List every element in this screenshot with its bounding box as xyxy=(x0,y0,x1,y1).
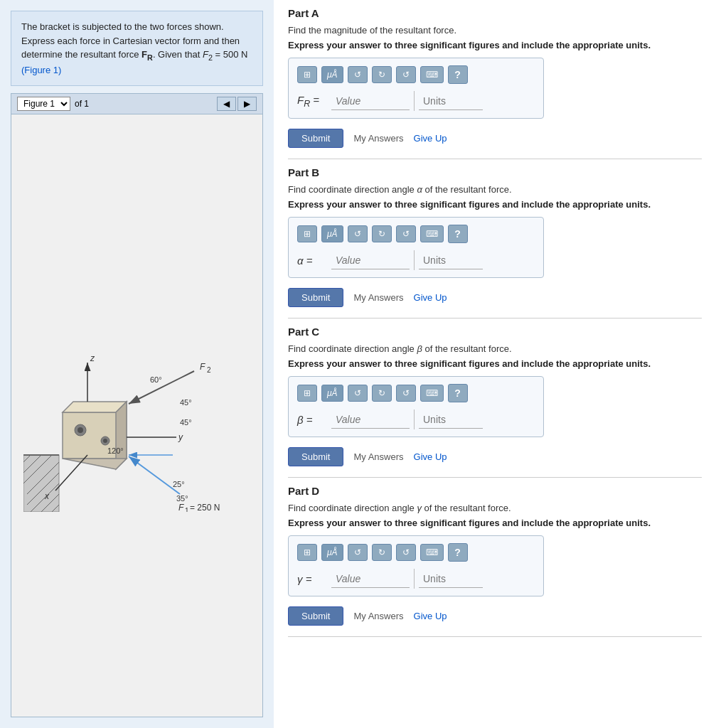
problem-statement: The bracket is subjected to the two forc… xyxy=(11,11,263,86)
part-d-give-up-link[interactable]: Give Up xyxy=(414,611,447,621)
part-a-refresh-button[interactable]: ↺ xyxy=(396,66,416,83)
figure-nav-bar: Figure 1 of 1 ◀ ▶ xyxy=(11,93,263,114)
part-b-my-answers-link[interactable]: My Answers xyxy=(353,292,403,303)
part-b-value-input[interactable] xyxy=(331,252,410,269)
svg-text:120°: 120° xyxy=(107,446,124,455)
svg-text:1: 1 xyxy=(185,507,189,512)
part-d-title: Part D xyxy=(288,485,702,497)
part-d-units-input[interactable] xyxy=(419,570,483,588)
part-c-redo-button[interactable]: ↻ xyxy=(372,385,392,402)
svg-point-16 xyxy=(78,427,83,433)
part-c-mu-button[interactable]: μÅ xyxy=(321,385,343,402)
figure-image: z x y F 2 xyxy=(11,114,263,717)
part-a-grid-button[interactable]: ⊞ xyxy=(297,66,317,83)
part-d-description: Find coordinate direction angle γ of the… xyxy=(288,503,702,513)
part-b-answer-box: ⊞ μÅ ↺ ↻ ↺ ⌨ ? α = xyxy=(288,217,544,278)
part-b-refresh-button[interactable]: ↺ xyxy=(396,225,416,242)
grid-icon-c: ⊞ xyxy=(304,388,311,398)
part-d-my-answers-link[interactable]: My Answers xyxy=(353,611,403,621)
undo-icon-b: ↺ xyxy=(354,229,361,239)
part-c-toolbar: ⊞ μÅ ↺ ↻ ↺ ⌨ ? xyxy=(297,384,535,402)
part-d-redo-button[interactable]: ↻ xyxy=(372,544,392,561)
next-figure-button[interactable]: ▶ xyxy=(237,97,257,111)
keyboard-icon-b: ⌨ xyxy=(426,229,438,239)
part-a-help-button[interactable]: ? xyxy=(448,65,468,84)
part-c-label: β = xyxy=(297,414,326,426)
part-b-grid-button[interactable]: ⊞ xyxy=(297,225,317,242)
part-d-value-input[interactable] xyxy=(331,570,410,588)
part-c-refresh-button[interactable]: ↺ xyxy=(396,385,416,402)
part-c-my-answers-link[interactable]: My Answers xyxy=(353,451,403,462)
part-b-input-row: α = xyxy=(297,250,535,270)
part-d-help-button[interactable]: ? xyxy=(448,543,468,562)
part-a-value-input[interactable] xyxy=(331,92,410,110)
part-c-value-input[interactable] xyxy=(331,411,410,429)
part-c-submit-row: Submit My Answers Give Up xyxy=(288,447,702,466)
keyboard-icon-c: ⌨ xyxy=(426,388,438,398)
part-c-help-button[interactable]: ? xyxy=(448,384,468,402)
part-c-submit-button[interactable]: Submit xyxy=(288,447,343,466)
part-a-mu-button[interactable]: μÅ xyxy=(321,66,343,83)
part-d-keyboard-button[interactable]: ⌨ xyxy=(420,544,444,561)
svg-text:60°: 60° xyxy=(150,375,162,384)
part-a-units-input[interactable] xyxy=(419,92,483,110)
given-text: . Given that xyxy=(153,49,203,60)
part-b-keyboard-button[interactable]: ⌨ xyxy=(420,225,444,242)
part-c-grid-button[interactable]: ⊞ xyxy=(297,385,317,402)
fr-bold: F xyxy=(141,49,147,60)
part-d-mu-button[interactable]: μÅ xyxy=(321,544,343,561)
refresh-icon: ↺ xyxy=(402,70,410,80)
part-d-submit-row: Submit My Answers Give Up xyxy=(288,606,702,626)
part-d-instruction: Express your answer to three significant… xyxy=(288,518,702,528)
part-a-submit-button[interactable]: Submit xyxy=(288,129,343,148)
redo-icon: ↻ xyxy=(378,70,385,80)
part-a-divider xyxy=(414,91,415,111)
left-panel: The bracket is subjected to the two forc… xyxy=(0,0,274,728)
mu-icon: μÅ xyxy=(327,70,338,80)
part-c-undo-button[interactable]: ↺ xyxy=(348,385,368,402)
keyboard-icon: ⌨ xyxy=(426,70,438,80)
part-a-redo-button[interactable]: ↻ xyxy=(372,66,392,83)
part-a-give-up-link[interactable]: Give Up xyxy=(414,133,447,144)
part-c-input-row: β = xyxy=(297,410,535,429)
part-b-toolbar: ⊞ μÅ ↺ ↻ ↺ ⌨ ? xyxy=(297,225,535,243)
part-c-units-input[interactable] xyxy=(419,411,483,429)
svg-text:F: F xyxy=(200,362,205,372)
part-d-grid-button[interactable]: ⊞ xyxy=(297,544,317,561)
grid-icon: ⊞ xyxy=(304,70,311,80)
part-c-give-up-link[interactable]: Give Up xyxy=(414,451,447,462)
part-d-refresh-button[interactable]: ↺ xyxy=(396,544,416,561)
part-a-toolbar: ⊞ μÅ ↺ ↻ ↺ ⌨ ? xyxy=(297,65,535,84)
svg-text:= 250 N: = 250 N xyxy=(190,503,220,512)
part-a-title: Part A xyxy=(288,7,702,19)
part-b-undo-button[interactable]: ↺ xyxy=(348,225,368,242)
svg-text:2: 2 xyxy=(207,366,211,374)
of-label: of 1 xyxy=(75,99,89,109)
part-a-undo-button[interactable]: ↺ xyxy=(348,66,368,83)
part-c-title: Part C xyxy=(288,326,702,338)
svg-text:45°: 45° xyxy=(180,398,192,407)
part-c-keyboard-button[interactable]: ⌨ xyxy=(420,385,444,402)
part-a-keyboard-button[interactable]: ⌨ xyxy=(420,66,444,83)
figure-link[interactable]: (Figure 1) xyxy=(21,65,61,75)
part-d-submit-button[interactable]: Submit xyxy=(288,606,343,626)
part-b-submit-button[interactable]: Submit xyxy=(288,288,343,307)
part-b-help-button[interactable]: ? xyxy=(448,225,468,243)
part-b-section: Part B Find coordinate direction angle α… xyxy=(288,166,702,318)
undo-icon-c: ↺ xyxy=(354,388,361,398)
part-b-redo-button[interactable]: ↻ xyxy=(372,225,392,242)
part-c-answer-box: ⊞ μÅ ↺ ↻ ↺ ⌨ ? β = xyxy=(288,376,544,437)
part-b-mu-button[interactable]: μÅ xyxy=(321,225,343,242)
part-b-title: Part B xyxy=(288,166,702,178)
part-a-description: Find the magnitude of the resultant forc… xyxy=(288,25,702,36)
mu-icon-d: μÅ xyxy=(327,547,338,557)
part-a-my-answers-link[interactable]: My Answers xyxy=(353,133,403,144)
part-b-give-up-link[interactable]: Give Up xyxy=(414,292,447,303)
figure-select[interactable]: Figure 1 xyxy=(17,97,70,111)
part-c-description: Find coordinate direction angle β of the… xyxy=(288,343,702,354)
part-b-units-input[interactable] xyxy=(419,252,483,269)
part-b-submit-row: Submit My Answers Give Up xyxy=(288,288,702,307)
figure-dropdown[interactable]: Figure 1 xyxy=(17,97,70,111)
prev-figure-button[interactable]: ◀ xyxy=(217,97,236,111)
part-d-undo-button[interactable]: ↺ xyxy=(348,544,368,561)
